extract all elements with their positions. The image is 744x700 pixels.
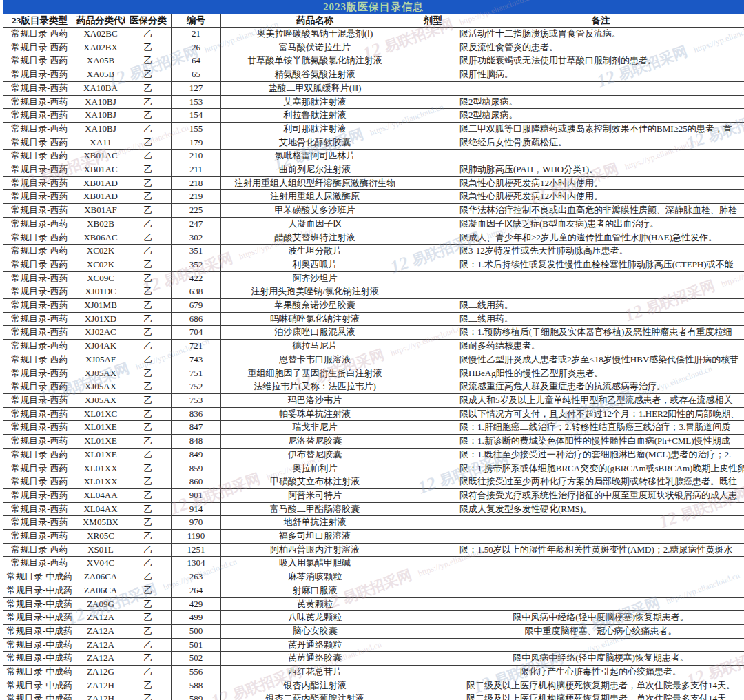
cell-drug-class-code[interactable]: XB02B xyxy=(76,217,125,231)
cell-remark[interactable]: 限慢性乙型肝炎成人患者或2岁至<18岁慢性HBV感染代偿性肝病的核苷 xyxy=(457,353,744,367)
cell-catalog-type[interactable]: 常规目录-西药 xyxy=(3,204,76,218)
cell-remark[interactable]: 限急性心肌梗死发病12小时内使用。 xyxy=(457,190,744,204)
cell-insurance-class[interactable]: 乙 xyxy=(125,502,172,516)
cell-remark[interactable]: 限3-12岁特发性或先天性肺动脉高压患者。 xyxy=(457,245,744,258)
cell-remark[interactable]: 限急性心肌梗死发病12小时内使用。 xyxy=(457,176,744,190)
cell-insurance-class[interactable]: 乙 xyxy=(125,299,172,313)
cell-number[interactable]: 588 xyxy=(172,679,221,692)
cell-remark[interactable] xyxy=(457,285,744,299)
cell-drug-class-code[interactable]: XA02BC xyxy=(76,28,125,41)
cell-drug-class-code[interactable]: XB06AC xyxy=(76,231,125,245)
cell-dosage-form[interactable] xyxy=(409,81,457,95)
cell-dosage-form[interactable] xyxy=(409,353,457,367)
cell-insurance-class[interactable]: 乙 xyxy=(125,543,172,557)
cell-drug-class-code[interactable]: XA02BX xyxy=(76,41,125,54)
cell-drug-name[interactable]: 吗啉硝唑氯化钠注射液 xyxy=(221,312,409,326)
cell-drug-class-code[interactable]: XA11 xyxy=(76,136,125,150)
cell-insurance-class[interactable]: 乙 xyxy=(125,41,172,54)
cell-catalog-type[interactable]: 常规目录-西药 xyxy=(3,299,76,313)
cell-catalog-type[interactable]: 常规目录-西药 xyxy=(3,367,76,380)
cell-remark[interactable]: 限流感重症高危人群及重症患者的抗流感病毒治疗。 xyxy=(457,380,744,394)
cell-drug-name[interactable]: 利奥西呱片 xyxy=(221,258,409,271)
cell-number[interactable]: 860 xyxy=(172,475,221,489)
cell-catalog-type[interactable]: 常规目录-西药 xyxy=(3,217,76,231)
cell-catalog-type[interactable]: 常规目录-西药 xyxy=(3,393,76,407)
cell-dosage-form[interactable] xyxy=(409,597,457,611)
cell-remark[interactable]: 限成人和5岁及以上儿童单纯性甲型和乙型流感患者，或存在流感相关 xyxy=(457,393,744,407)
cell-drug-class-code[interactable]: XL04AX xyxy=(76,502,125,516)
cell-drug-name[interactable]: 法维拉韦片(又称：法匹拉韦片) xyxy=(221,380,409,394)
cell-drug-class-code[interactable]: XC09C xyxy=(76,271,125,285)
cell-number[interactable]: 26 xyxy=(172,41,221,54)
cell-dosage-form[interactable] xyxy=(409,407,457,421)
cell-drug-name[interactable]: 艾地骨化醇软胶囊 xyxy=(221,136,409,150)
cell-drug-name[interactable]: 银杏内酯注射液 xyxy=(221,679,409,692)
column-header-catalog-type[interactable]: 23版目录类型 xyxy=(3,14,76,28)
cell-remark[interactable]: 限2型糖尿病。 xyxy=(457,95,744,109)
cell-catalog-type[interactable]: 常规目录-西药 xyxy=(3,258,76,271)
cell-insurance-class[interactable]: 乙 xyxy=(125,393,172,407)
cell-drug-name[interactable]: 地舒单抗注射液 xyxy=(221,516,409,530)
column-header-insurance-class[interactable]: 医保分类 xyxy=(125,14,172,28)
cell-drug-class-code[interactable]: XB01AF xyxy=(76,204,125,218)
cell-drug-name[interactable]: 奥拉帕利片 xyxy=(221,462,409,475)
cell-drug-class-code[interactable]: XA05B xyxy=(76,54,125,68)
cell-catalog-type[interactable]: 常规目录-西药 xyxy=(3,285,76,299)
cell-drug-name[interactable]: 甘草酸单铵半胱氨酸氯化钠注射液 xyxy=(221,54,409,68)
cell-remark[interactable]: 限中重度脑梗塞、冠心病心绞痛患者。 xyxy=(457,624,744,638)
cell-remark[interactable]: 限二级及以上医疗机构脑梗死恢复期患者，单次住院最多支付14天。 xyxy=(457,679,744,692)
cell-dosage-form[interactable] xyxy=(409,448,457,462)
cell-insurance-class[interactable]: 乙 xyxy=(125,258,172,271)
cell-drug-class-code[interactable]: XR05C xyxy=(76,530,125,544)
cell-drug-class-code[interactable]: XV04C xyxy=(76,557,125,570)
cell-insurance-class[interactable]: 乙 xyxy=(125,462,172,475)
cell-dosage-form[interactable] xyxy=(409,217,457,231)
cell-remark[interactable]: 限中风病中经络(轻中度脑梗塞)恢复期患者。 xyxy=(457,611,744,625)
cell-number[interactable]: 352 xyxy=(172,258,221,271)
cell-number[interactable]: 499 xyxy=(172,611,221,625)
cell-number[interactable]: 263 xyxy=(172,570,221,584)
cell-drug-name[interactable]: 吸入用氯醋甲胆碱 xyxy=(221,557,409,570)
cell-dosage-form[interactable] xyxy=(409,557,457,570)
cell-catalog-type[interactable]: 常规目录-西药 xyxy=(3,421,76,435)
cell-drug-name[interactable]: 利司那肽注射液 xyxy=(221,122,409,136)
cell-drug-class-code[interactable]: ZA12A xyxy=(76,611,125,625)
cell-number[interactable]: 264 xyxy=(172,584,221,597)
cell-dosage-form[interactable] xyxy=(409,543,457,557)
cell-catalog-type[interactable]: 常规目录-西药 xyxy=(3,530,76,544)
cell-drug-name[interactable]: 银杏二萜内酯葡胺注射液 xyxy=(221,692,409,700)
cell-remark[interactable]: 限：1.携带胚系或体细胞BRCA突变的(gBRCAm或sBRCAm)晚期上皮性卵… xyxy=(457,462,744,475)
cell-drug-class-code[interactable]: XJ01MB xyxy=(76,299,125,313)
cell-drug-class-code[interactable]: XJ04AK xyxy=(76,340,125,353)
column-header-number[interactable]: 编号 xyxy=(172,14,221,28)
cell-insurance-class[interactable]: 乙 xyxy=(125,666,172,679)
cell-number[interactable]: 65 xyxy=(172,68,221,82)
cell-remark[interactable] xyxy=(457,530,744,544)
cell-catalog-type[interactable]: 常规目录-西药 xyxy=(3,150,76,163)
cell-number[interactable]: 179 xyxy=(172,136,221,150)
cell-dosage-form[interactable] xyxy=(409,95,457,109)
cell-dosage-form[interactable] xyxy=(409,122,457,136)
cell-drug-name[interactable]: 醋酸艾替班特注射液 xyxy=(221,231,409,245)
cell-catalog-type[interactable]: 常规目录-西药 xyxy=(3,340,76,353)
cell-drug-name[interactable]: 利拉鲁肽注射液 xyxy=(221,109,409,123)
cell-number[interactable]: 704 xyxy=(172,326,221,340)
cell-insurance-class[interactable]: 乙 xyxy=(125,407,172,421)
cell-drug-class-code[interactable]: XL01XX xyxy=(76,475,125,489)
cell-drug-name[interactable]: 芪丹通络颗粒 xyxy=(221,638,409,652)
cell-drug-name[interactable]: 麻芩消咳颗粒 xyxy=(221,570,409,584)
cell-insurance-class[interactable]: 乙 xyxy=(125,488,172,502)
cell-drug-name[interactable]: 苹果酸奈诺沙星胶囊 xyxy=(221,299,409,313)
cell-catalog-type[interactable]: 常规目录-西药 xyxy=(3,95,76,109)
cell-catalog-type[interactable]: 常规目录-中成药 xyxy=(3,584,76,597)
cell-remark[interactable]: 限肺动脉高压(PAH，WHO分类1)。 xyxy=(457,163,744,177)
cell-dosage-form[interactable] xyxy=(409,570,457,584)
cell-catalog-type[interactable]: 常规目录-西药 xyxy=(3,326,76,340)
cell-dosage-form[interactable] xyxy=(409,204,457,218)
cell-number[interactable]: 1304 xyxy=(172,557,221,570)
cell-number[interactable]: 970 xyxy=(172,516,221,530)
cell-catalog-type[interactable]: 常规目录-中成药 xyxy=(3,611,76,625)
cell-dosage-form[interactable] xyxy=(409,340,457,353)
column-header-remark[interactable]: 备注 xyxy=(457,14,744,28)
cell-drug-name[interactable]: 射麻口服液 xyxy=(221,584,409,597)
